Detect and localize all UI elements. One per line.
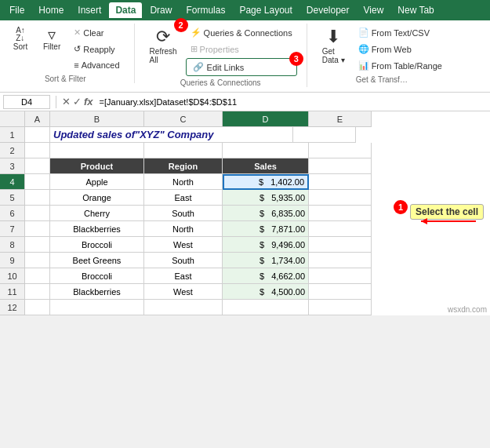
cell-a10[interactable] [25,268,50,284]
cell-a5[interactable] [25,190,50,206]
cell-b7[interactable]: Blackberries [50,221,144,237]
cell-d11[interactable]: $ 4,500.00 [223,284,309,300]
cell-a3[interactable] [25,158,50,174]
cell-b4[interactable]: Apple [50,174,144,190]
cell-b3[interactable]: Product [50,158,144,174]
cell-c8[interactable]: West [144,237,223,253]
cell-e1[interactable] [293,127,356,143]
col-header-e[interactable]: E [309,111,372,127]
queries-connections-button[interactable]: ⚡ Queries & Connections [186,25,297,40]
sort-button[interactable]: A↑ Z↓ Sort [6,24,34,54]
menu-formulas[interactable]: Formulas [180,2,231,18]
cell-d12[interactable] [223,300,309,315]
cell-e9[interactable] [309,253,372,268]
cell-e10[interactable] [309,268,372,284]
cell-a12[interactable] [25,300,50,315]
menu-developer[interactable]: Developer [300,2,356,18]
cell-e6[interactable] [309,206,372,221]
menu-file[interactable]: File [3,2,31,18]
row-header-5[interactable]: 5 [0,190,25,206]
col-header-c[interactable]: C [144,111,223,127]
cell-e3[interactable] [309,158,372,174]
insert-function-icon[interactable]: fx [84,96,93,107]
cell-b10[interactable]: Broccoli [50,268,144,284]
filter-button[interactable]: ▿ Filter [38,24,66,54]
menu-view[interactable]: View [358,2,390,18]
cell-d6[interactable]: $ 6,835.00 [223,206,309,221]
row-header-1[interactable]: 1 [0,127,25,143]
cell-c3[interactable]: Region [144,158,223,174]
from-web-button[interactable]: 🌐 From Web [354,42,447,56]
row-header-8[interactable]: 8 [0,237,25,253]
cell-e8[interactable] [309,237,372,253]
cell-b11[interactable]: Blackberries [50,284,144,300]
cell-a7[interactable] [25,221,50,237]
cell-c12[interactable] [144,300,223,315]
cell-a4[interactable] [25,174,50,190]
cell-e7[interactable] [309,221,372,237]
cell-d10[interactable]: $ 4,662.00 [223,268,309,284]
advanced-button[interactable]: ≡ Advanced [69,58,124,72]
row-header-3[interactable]: 3 [0,158,25,174]
row-header-11[interactable]: 11 [0,284,25,300]
row-header-10[interactable]: 10 [0,268,25,284]
menu-insert[interactable]: Insert [71,2,107,18]
cell-b8[interactable]: Broccoli [50,237,144,253]
cell-b1[interactable]: Updated sales of"XYZ" Company [50,127,293,143]
confirm-formula-icon[interactable]: ✓ [73,96,82,107]
cell-e2[interactable] [309,143,372,158]
cell-d5[interactable]: $ 5,935.00 [223,190,309,206]
cell-b6[interactable]: Cherry [50,206,144,221]
cell-c4[interactable]: North [144,174,223,190]
row-header-7[interactable]: 7 [0,221,25,237]
cell-a11[interactable] [25,284,50,300]
menu-data[interactable]: Data [109,2,142,18]
row-header-12[interactable]: 12 [0,300,25,315]
cell-a2[interactable] [25,143,50,158]
menu-new-tab[interactable]: New Tab [391,2,440,18]
cell-b12[interactable] [50,300,144,315]
cell-b2[interactable] [50,143,144,158]
cell-e11[interactable] [309,284,372,300]
col-header-d[interactable]: D [223,111,309,127]
menu-page-layout[interactable]: Page Layout [233,2,298,18]
cell-e4[interactable] [309,174,372,190]
clear-button[interactable]: ✕ Clear [69,25,124,40]
cell-reference-input[interactable] [3,95,50,109]
cell-d2[interactable] [223,143,309,158]
row-header-2[interactable]: 2 [0,143,25,158]
cell-c7[interactable]: North [144,221,223,237]
cell-d4[interactable]: $ 1,402.00 [223,174,309,190]
row-header-6[interactable]: 6 [0,206,25,221]
cell-c10[interactable]: East [144,268,223,284]
from-table-range-button[interactable]: 📊 From Table/Range [354,58,447,73]
cell-c5[interactable]: East [144,190,223,206]
cell-a1[interactable] [25,127,50,143]
cell-e5[interactable] [309,190,372,206]
get-data-button[interactable]: ⬇ GetData ▾ [317,24,350,67]
cell-d9[interactable]: $ 1,734.00 [223,253,309,268]
formula-input[interactable] [96,97,487,107]
cell-e12[interactable] [309,300,372,315]
edit-links-button[interactable]: 🔗 Edit Links 3 [186,58,297,76]
properties-button[interactable]: ⊞ Properties [186,42,297,56]
col-header-a[interactable]: A [25,111,50,127]
cell-c6[interactable]: South [144,206,223,221]
reapply-button[interactable]: ↺ Reapply [69,42,124,56]
cell-c2[interactable] [144,143,223,158]
cancel-formula-icon[interactable]: ✕ [62,96,71,107]
menu-home[interactable]: Home [32,2,70,18]
col-header-b[interactable]: B [50,111,144,127]
cell-a9[interactable] [25,253,50,268]
cell-b9[interactable]: Beet Greens [50,253,144,268]
cell-c11[interactable]: West [144,284,223,300]
cell-d3[interactable]: Sales [223,158,309,174]
cell-c9[interactable]: South [144,253,223,268]
from-text-csv-button[interactable]: 📄 From Text/CSV [354,25,447,40]
cell-d7[interactable]: $ 7,871.00 [223,221,309,237]
row-header-9[interactable]: 9 [0,253,25,268]
cell-b5[interactable]: Orange [50,190,144,206]
refresh-all-button[interactable]: ⟳ RefreshAll 2 [144,24,183,67]
cell-d8[interactable]: $ 9,496.00 [223,237,309,253]
menu-draw[interactable]: Draw [143,2,178,18]
